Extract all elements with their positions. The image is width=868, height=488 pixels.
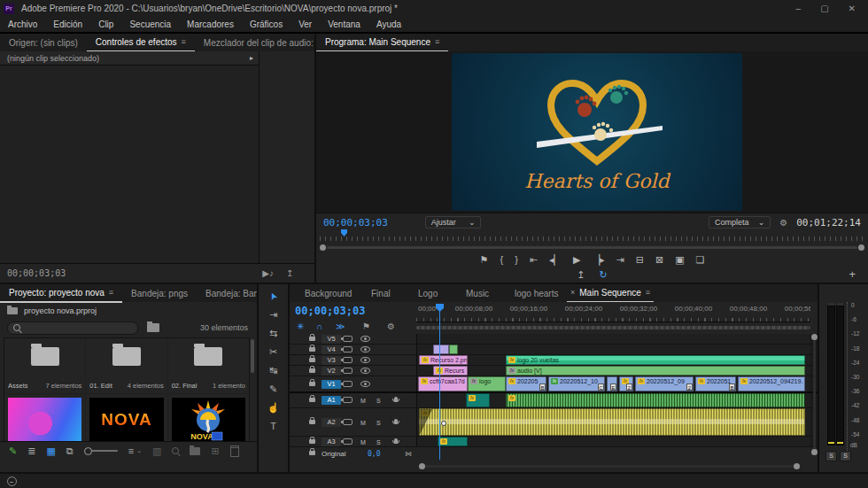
track-lane-v3[interactable]: fxRecurso 2.pnfxlogo 20 vueltas	[417, 355, 810, 365]
track-lane-v5[interactable]	[417, 334, 810, 344]
lock-icon[interactable]	[309, 347, 315, 352]
close-tab-icon[interactable]: ×	[570, 288, 575, 297]
tab-origen-sin-clips[interactable]: Origen: (sin clips)	[0, 34, 87, 51]
solo-left-button[interactable]: S	[825, 451, 837, 461]
panel-menu-icon[interactable]: ≡	[109, 288, 113, 297]
scrollbar-handle-left[interactable]	[320, 244, 326, 251]
timeline-playhead-line[interactable]	[439, 304, 440, 460]
toggle-track-output-icon[interactable]	[360, 357, 370, 363]
clip-greenwave[interactable]: fx	[506, 393, 805, 407]
play-icon[interactable]: ▶	[573, 254, 580, 266]
search-box[interactable]	[7, 321, 138, 335]
clip-ccfb7caa17d[interactable]: fxccfb7caa17d	[418, 376, 468, 391]
comparison-view-icon[interactable]: ❏	[696, 254, 705, 266]
fx-badge[interactable]: fx	[508, 378, 515, 384]
export-media-icon[interactable]: ↥	[577, 269, 585, 281]
track-target-v5[interactable]: V5	[322, 335, 341, 344]
toggle-track-output-icon[interactable]	[360, 368, 370, 374]
toggle-track-output-icon[interactable]	[360, 381, 370, 387]
clip-recurs[interactable]: fxRecurs	[433, 366, 468, 376]
menu-ventana[interactable]: Ventana	[320, 19, 368, 29]
source-patch-icon[interactable]	[343, 357, 353, 363]
hand-tool[interactable]: ☝	[259, 399, 288, 415]
playback-resolution-select[interactable]: Completa ⌄	[709, 216, 771, 229]
timeline-horizontal-scrollbar[interactable]	[419, 465, 796, 468]
track-lane-v2[interactable]: fxRecursfxaudio [V]	[417, 366, 810, 376]
clip-2022051[interactable]: fx2022051B	[695, 376, 736, 391]
fx-badge[interactable]: fx	[740, 378, 748, 384]
toggle-track-output-icon[interactable]	[360, 336, 370, 342]
go-to-out-icon[interactable]: ⇥	[616, 254, 624, 266]
sort-icon[interactable]: ≡⌄	[128, 445, 142, 456]
timeline-settings-icon[interactable]: ⚙	[387, 321, 395, 331]
fx-badge[interactable]: fx	[698, 378, 705, 384]
lock-icon[interactable]	[309, 382, 315, 386]
solo-button[interactable]: S	[376, 419, 381, 425]
scrollbar-track[interactable]	[327, 246, 857, 249]
track-target-v2[interactable]: V2	[322, 367, 341, 376]
mute-button[interactable]: M	[360, 438, 366, 445]
clip-recurso-2-pn[interactable]: fxRecurso 2.pn	[419, 355, 468, 365]
monitor-settings-icon[interactable]: ⚙	[779, 218, 787, 228]
menu-edici-n[interactable]: Edición	[45, 19, 90, 29]
track-target-a1[interactable]: A1	[322, 396, 341, 405]
work-area-bar[interactable]	[416, 326, 810, 329]
menu-ayuda[interactable]: Ayuda	[368, 19, 409, 29]
zoom-slider-track[interactable]	[84, 450, 118, 452]
find-icon[interactable]	[172, 447, 179, 454]
source-patch-icon[interactable]	[343, 381, 353, 387]
lock-icon[interactable]	[309, 368, 315, 373]
add-marker-icon[interactable]: ⚑	[480, 254, 489, 266]
project-file-row[interactable]: proyecto nova.prproj	[0, 304, 97, 318]
mark-out-icon[interactable]: }	[515, 254, 518, 265]
track-lane-a2[interactable]: fx	[417, 408, 810, 436]
type-tool[interactable]: T	[259, 418, 288, 434]
extract-icon[interactable]: ⊠	[655, 254, 663, 266]
track-target-a2[interactable]: A2	[322, 418, 341, 427]
program-scrollbar[interactable]	[320, 244, 864, 251]
add-marker-icon[interactable]: ⚑	[362, 321, 370, 331]
panel-menu-icon[interactable]: ≡	[435, 37, 439, 46]
automate-to-sequence-icon[interactable]: ▥	[152, 445, 161, 457]
fx-badge[interactable]: fx	[469, 395, 476, 401]
lock-icon[interactable]	[309, 420, 315, 424]
panel-menu-icon[interactable]: ≡	[182, 37, 186, 46]
timeline-current-timecode[interactable]: 00;00;03;03	[295, 305, 365, 317]
volume-keyframe[interactable]	[441, 421, 446, 426]
lift-icon[interactable]: ⊟	[636, 254, 644, 266]
ripple-edit-tool[interactable]: ⇆	[259, 325, 288, 341]
track-select-forward-tool[interactable]: ⇥	[259, 306, 288, 322]
lock-icon[interactable]	[309, 337, 315, 341]
clip-selector-row[interactable]: (ningún clip seleccionado) ▸	[0, 51, 259, 66]
clip-blue[interactable]: fx2	[619, 376, 633, 391]
thumbnail-nova-logo[interactable]: NOVA	[168, 394, 249, 445]
tab-final[interactable]: Final	[368, 284, 394, 302]
vscrollbar-handle-top[interactable]	[811, 334, 818, 340]
tab-bandeja-pngs[interactable]: Bandeja: pngs	[122, 284, 197, 302]
fx-badge[interactable]: fx	[508, 395, 515, 401]
fx-badge[interactable]: fx	[508, 357, 515, 363]
tab-program-main-sequence[interactable]: Programa: Main Sequence ≡	[316, 34, 448, 52]
track-lane-v1[interactable]: fxccfb7caa17dfxlogofx202205Bfx20220512_1…	[417, 376, 810, 391]
master-volume-value[interactable]: 0,0	[368, 450, 380, 458]
tab-background[interactable]: Background	[301, 284, 355, 302]
thumbnail-gradient-clip[interactable]	[4, 394, 85, 445]
scrollbar-handle-right[interactable]	[794, 463, 800, 469]
toggle-track-output-icon[interactable]	[360, 346, 370, 352]
icon-view-icon[interactable]: ▦	[46, 445, 55, 457]
play-audio-icon[interactable]: ▶♪	[262, 268, 274, 278]
clip-green[interactable]	[449, 345, 458, 354]
vscrollbar-handle-bottom[interactable]	[811, 449, 818, 455]
lock-icon[interactable]	[309, 358, 315, 362]
expand-arrow-icon[interactable]: ▸	[250, 54, 253, 62]
list-view-icon[interactable]: ≣	[27, 445, 35, 457]
go-to-in-icon[interactable]: ⇤	[530, 254, 538, 266]
voiceover-record-icon[interactable]	[394, 419, 398, 424]
maximize-button[interactable]: ▢	[820, 4, 828, 13]
track-lane-a1[interactable]: fxfx	[417, 393, 810, 407]
track-target-v4[interactable]: V4	[322, 345, 341, 354]
tab-logo[interactable]: Logo	[415, 284, 441, 302]
track-target-v3[interactable]: V3	[322, 356, 341, 365]
nest-toggle-icon[interactable]: ✳	[297, 321, 304, 331]
lock-icon[interactable]	[309, 451, 315, 455]
